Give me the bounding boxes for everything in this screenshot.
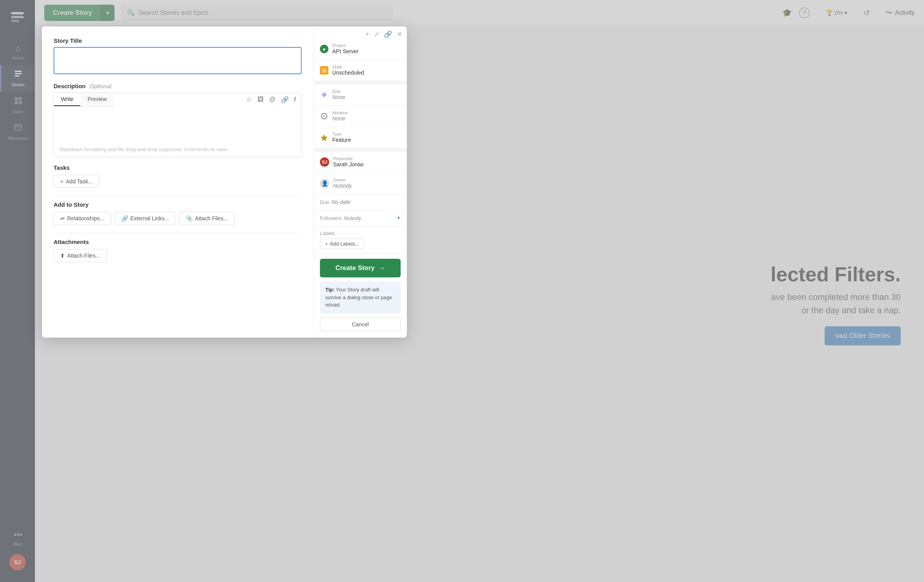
modal-left-panel: Story Title Description Optional. Write …	[42, 26, 314, 338]
relationships-button[interactable]: ⇌ Relationships...	[54, 212, 111, 225]
requester-label: Requester	[333, 156, 401, 161]
type-value: Feature	[332, 137, 351, 143]
add-labels-label: Add Labels...	[330, 241, 360, 247]
external-link-icon: 🔗	[122, 215, 128, 221]
state-label: State	[332, 64, 401, 69]
section-gap-2	[314, 148, 407, 152]
divider-1	[54, 195, 302, 196]
project-label: Project	[332, 43, 401, 48]
create-story-arrow-icon: →	[379, 264, 385, 272]
description-area: Write Preview ☺ 🖼 @ 🔗 I Markdown formatt…	[54, 92, 302, 157]
type-icon	[320, 133, 328, 142]
type-row[interactable]: Type Feature	[314, 127, 407, 148]
expand-icon[interactable]: ⤢	[374, 30, 379, 38]
state-info: State Unscheduled	[332, 64, 401, 76]
requester-avatar: SJ	[320, 157, 329, 167]
iteration-value: None	[332, 115, 345, 122]
relationships-label: Relationships...	[67, 215, 104, 221]
divider-2	[54, 233, 302, 233]
write-tab[interactable]: Write	[54, 93, 80, 106]
external-links-button[interactable]: 🔗 External Links...	[115, 212, 176, 225]
add-follower-icon[interactable]: +	[396, 214, 401, 222]
labels-title: Labels	[320, 230, 401, 236]
project-row[interactable]: ● Project API Server	[314, 38, 407, 60]
iteration-info: Iteration None	[332, 110, 401, 122]
desc-placeholder: Markdown formatting and file drag-and-dr…	[59, 146, 228, 152]
epic-row[interactable]: Epic None	[314, 84, 407, 106]
add-task-plus-icon: +	[60, 178, 64, 185]
emoji-icon[interactable]: ☺	[246, 96, 252, 103]
story-title-label: Story Title	[54, 37, 302, 44]
owner-label: Owner	[333, 178, 401, 182]
owner-row[interactable]: 👤 Owner Nobody	[314, 173, 407, 194]
link-icon[interactable]: 🔗	[281, 96, 289, 103]
requester-value: Sarah Jonas	[333, 161, 364, 167]
state-value: Unscheduled	[332, 70, 364, 76]
cancel-button[interactable]: Cancel	[320, 317, 401, 331]
owner-value: Nobody	[333, 183, 352, 189]
tip-box: Tip: Your Story draft will survive a dia…	[320, 281, 401, 314]
labels-section: Labels + Add Labels...	[314, 227, 407, 253]
add-to-story-label: Add to Story	[54, 201, 302, 208]
desc-tab-row: Write Preview ☺ 🖼 @ 🔗 I	[54, 93, 301, 106]
attach-files-button[interactable]: 📎 Attach Files...	[179, 212, 234, 225]
add-to-story-buttons: ⇌ Relationships... 🔗 External Links... 📎…	[54, 212, 302, 225]
iteration-row[interactable]: Iteration None	[314, 106, 407, 127]
state-icon: ⊞	[320, 66, 328, 75]
attach-files-bottom-button[interactable]: ⬆ Attach Files...	[54, 249, 107, 262]
paperclip-icon: 📎	[186, 215, 193, 221]
relationships-icon: ⇌	[60, 215, 65, 221]
description-editor[interactable]: Markdown formatting and file drag-and-dr…	[54, 106, 301, 157]
tip-prefix: Tip:	[325, 287, 335, 293]
due-row[interactable]: Due No date	[314, 194, 407, 210]
project-color-dot: ●	[320, 45, 328, 53]
upload-icon: ⬆	[60, 253, 65, 259]
create-story-submit-button[interactable]: Create Story →	[320, 259, 401, 277]
owner-info: Owner Nobody	[333, 178, 401, 189]
tip-text: Your Story draft will survive a dialog c…	[325, 287, 392, 308]
requester-info: Requester Sarah Jonas	[333, 156, 401, 168]
type-info: Type Feature	[332, 132, 401, 143]
image-icon[interactable]: 🖼	[257, 96, 264, 103]
epic-value: None	[332, 94, 345, 100]
description-optional: Optional.	[90, 83, 113, 89]
add-to-story-section: Add to Story ⇌ Relationships... 🔗 Extern…	[54, 201, 302, 225]
close-icon[interactable]: ✕	[397, 30, 402, 38]
type-label: Type	[332, 132, 401, 136]
create-story-modal: Story Title Description Optional. Write …	[42, 26, 407, 338]
attach-files-btn-label: Attach Files...	[67, 253, 100, 259]
preview-tab[interactable]: Preview	[80, 93, 114, 106]
attach-files-label: Attach Files...	[195, 215, 228, 221]
external-links-label: External Links...	[130, 215, 169, 221]
section-gap-1	[314, 81, 407, 84]
italic-icon[interactable]: I	[294, 96, 296, 103]
state-row[interactable]: ⊞ State Unscheduled	[314, 60, 407, 81]
project-info: Project API Server	[332, 43, 401, 55]
svg-marker-15	[321, 134, 328, 141]
epic-label: Epic	[332, 89, 401, 94]
create-story-submit-label: Create Story	[335, 264, 375, 272]
project-value: API Server	[332, 48, 359, 54]
story-title-input[interactable]	[54, 47, 302, 74]
due-value: No date	[332, 199, 351, 205]
iteration-label: Iteration	[332, 110, 401, 115]
desc-tabs: Write Preview	[54, 93, 114, 106]
add-action-icon[interactable]: +	[365, 30, 369, 38]
followers-row[interactable]: Followers Nobody +	[314, 210, 407, 227]
add-task-label: Add Task...	[66, 178, 93, 185]
followers-label: Followers	[320, 215, 342, 221]
mention-icon[interactable]: @	[269, 96, 275, 103]
description-label: Description Optional.	[54, 83, 302, 89]
desc-toolbar: ☺ 🖼 @ 🔗 I	[240, 93, 301, 106]
modal-top-actions: + ⤢ 🔗 ✕	[314, 26, 407, 38]
tasks-label: Tasks	[54, 164, 302, 171]
owner-avatar: 👤	[320, 179, 329, 188]
iteration-icon	[320, 112, 328, 120]
copy-link-icon[interactable]: 🔗	[384, 30, 392, 38]
description-text: Description	[54, 83, 86, 89]
add-task-button[interactable]: + Add Task...	[54, 175, 99, 188]
add-labels-button[interactable]: + Add Labels...	[320, 239, 364, 249]
requester-row[interactable]: SJ Requester Sarah Jonas	[314, 152, 407, 173]
due-label: Due	[320, 199, 329, 205]
modal-body: Story Title Description Optional. Write …	[42, 26, 407, 338]
